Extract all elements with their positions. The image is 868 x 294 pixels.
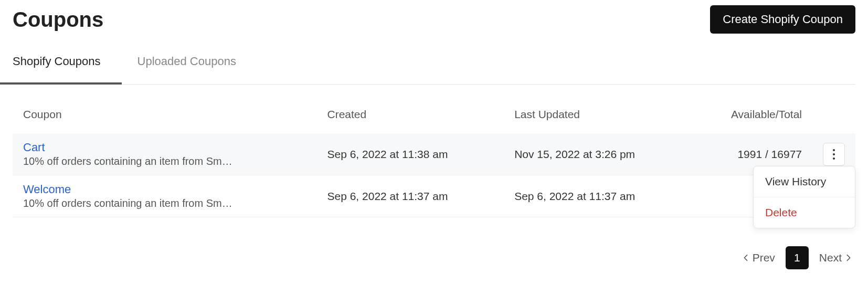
menu-item-view-history[interactable]: View History bbox=[754, 166, 855, 197]
svg-point-0 bbox=[833, 149, 835, 151]
kebab-icon bbox=[833, 149, 835, 160]
page-title: Coupons bbox=[13, 8, 103, 32]
coupons-table: Coupon Created Last Updated Available/To… bbox=[13, 108, 855, 217]
tab-uploaded-coupons[interactable]: Uploaded Coupons bbox=[137, 55, 236, 84]
row-actions-button[interactable] bbox=[823, 143, 845, 166]
svg-point-1 bbox=[833, 153, 835, 155]
prev-label: Prev bbox=[753, 251, 775, 264]
page-number-current[interactable]: 1 bbox=[786, 246, 809, 269]
tab-shopify-coupons[interactable]: Shopify Coupons bbox=[13, 55, 101, 84]
column-header-updated: Last Updated bbox=[504, 108, 691, 133]
cell-updated: Sep 6, 2022 at 11:37 am bbox=[504, 175, 691, 217]
coupon-link[interactable]: Welcome bbox=[23, 183, 306, 196]
column-header-created: Created bbox=[316, 108, 504, 133]
cell-created: Sep 6, 2022 at 11:38 am bbox=[316, 133, 504, 175]
chevron-left-icon bbox=[742, 254, 749, 261]
pagination: Prev 1 Next bbox=[13, 217, 855, 269]
table-row: Cart 10% off orders containing an item f… bbox=[13, 133, 855, 175]
table-row: Welcome 10% off orders containing an ite… bbox=[13, 175, 855, 217]
cell-created: Sep 6, 2022 at 11:37 am bbox=[316, 175, 504, 217]
row-actions-menu: View History Delete bbox=[753, 166, 855, 228]
column-header-coupon: Coupon bbox=[13, 108, 316, 133]
tabs: Shopify Coupons Uploaded Coupons bbox=[13, 55, 855, 85]
prev-button[interactable]: Prev bbox=[739, 247, 778, 268]
next-label: Next bbox=[819, 251, 842, 264]
menu-item-delete[interactable]: Delete bbox=[754, 197, 855, 228]
column-header-available: Available/Total bbox=[691, 108, 812, 133]
coupon-description: 10% off orders containing an item from S… bbox=[23, 197, 233, 209]
coupon-link[interactable]: Cart bbox=[23, 141, 306, 154]
coupon-description: 10% off orders containing an item from S… bbox=[23, 155, 233, 167]
chevron-right-icon bbox=[845, 254, 852, 261]
create-coupon-button[interactable]: Create Shopify Coupon bbox=[710, 5, 855, 34]
cell-updated: Nov 15, 2022 at 3:26 pm bbox=[504, 133, 691, 175]
svg-point-2 bbox=[833, 158, 835, 160]
next-button[interactable]: Next bbox=[816, 247, 855, 268]
